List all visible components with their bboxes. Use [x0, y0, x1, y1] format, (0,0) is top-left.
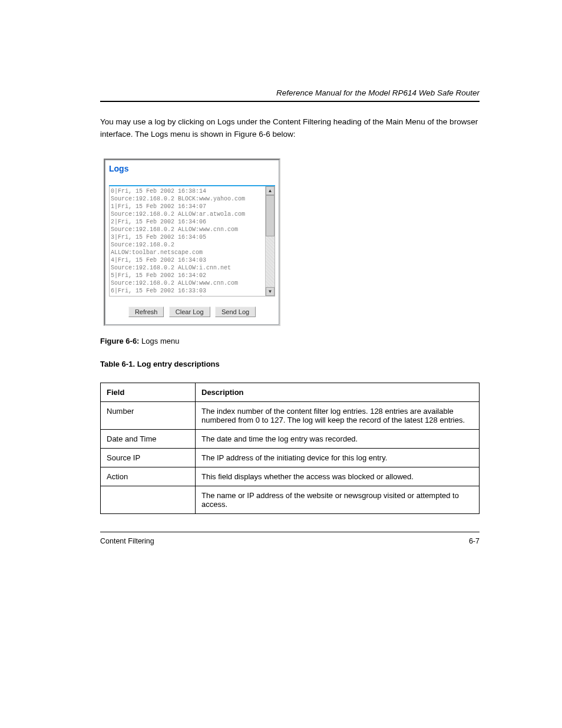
log-buttons-row: Refresh Clear Log Send Log [109, 297, 275, 318]
page-footer: Content Filtering 6-7 [100, 537, 480, 545]
log-text: 0|Fri, 15 Feb 2002 16:38:14 Source:192.1… [110, 186, 265, 296]
cell-field [101, 486, 196, 513]
header-rule-bottom [100, 101, 480, 102]
logs-window: Logs 0|Fri, 15 Feb 2002 16:38:14 Source:… [104, 159, 280, 326]
cell-desc: This field displays whether the access w… [196, 467, 480, 486]
table-caption-text: Log entry descriptions [137, 360, 220, 368]
cell-desc: The IP address of the initiating device … [196, 448, 480, 467]
scrollbar[interactable]: ▲ ▼ [265, 186, 275, 296]
th-field: Field [101, 383, 196, 401]
intro-paragraph: You may use a log by clicking on Logs un… [100, 116, 480, 141]
cell-desc: The date and time the log entry was reco… [196, 429, 480, 448]
refresh-button[interactable]: Refresh [128, 307, 164, 317]
scroll-up-icon[interactable]: ▲ [266, 186, 275, 195]
table-caption-label: Table 6-1. [100, 360, 135, 368]
log-entry-table: Field Description Number The index numbe… [100, 383, 480, 514]
cell-field: Number [101, 401, 196, 429]
table-row: Action This field displays whether the a… [101, 467, 480, 486]
send-log-button[interactable]: Send Log [215, 307, 256, 317]
figure-caption: Figure 6-6: Logs menu [100, 337, 480, 345]
cell-field: Date and Time [101, 429, 196, 448]
scroll-thumb[interactable] [266, 195, 275, 236]
table-header-row: Field Description [101, 383, 480, 401]
table-row: Date and Time The date and time the log … [101, 429, 480, 448]
cell-desc: The name or IP address of the website or… [196, 486, 480, 513]
cell-desc: The index number of the content filter l… [196, 401, 480, 429]
table-caption: Table 6-1. Log entry descriptions [100, 360, 480, 368]
clear-log-button[interactable]: Clear Log [169, 307, 210, 317]
cell-field: Action [101, 467, 196, 486]
scroll-track[interactable] [266, 195, 275, 287]
footer-right: 6-7 [469, 537, 480, 545]
footer-left: Content Filtering [100, 537, 154, 545]
running-head: Reference Manual for the Model RP614 Web… [100, 88, 480, 97]
figure-caption-text: Logs menu [141, 337, 179, 345]
logs-title: Logs [109, 164, 275, 173]
cell-field: Source IP [101, 448, 196, 467]
th-desc: Description [196, 383, 480, 401]
table-row: Number The index number of the content f… [101, 401, 480, 429]
footer-rule [100, 532, 480, 532]
table-row: Source IP The IP address of the initiati… [101, 448, 480, 467]
figure-caption-label: Figure 6-6: [100, 337, 139, 345]
table-row: The name or IP address of the website or… [101, 486, 480, 513]
scroll-down-icon[interactable]: ▼ [266, 287, 275, 296]
